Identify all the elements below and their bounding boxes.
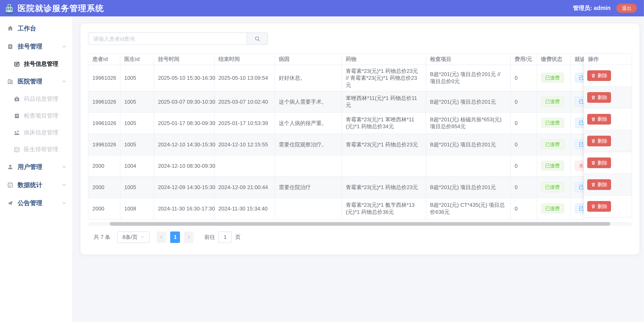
sidebar-item-medicine[interactable]: 药品信息管理 <box>0 91 73 107</box>
cell-did: 1005 <box>120 91 154 112</box>
delete-button[interactable]: 删除 <box>587 179 611 190</box>
cell-fee: 0 <box>510 91 536 112</box>
cell-end_time: 2025-03-07 10:02:40 <box>214 91 274 112</box>
pay-status-badge: 已缴费 <box>541 139 564 149</box>
delete-button[interactable]: 删除 <box>587 92 611 103</box>
user-icon <box>7 164 14 170</box>
sidebar-item-schedule[interactable]: 医生排班管理 <box>0 141 73 158</box>
next-page-button[interactable] <box>184 231 194 243</box>
page-number-1[interactable]: 1 <box>170 231 180 243</box>
cell-cause: 需要住院治疗 <box>274 176 341 198</box>
cell-pid: 19961026 <box>88 112 120 134</box>
cell-reg_time: 2024-12-10 14:30-15:30 <box>154 134 214 155</box>
app-root: 医院就诊服务管理系统 管理员: admin 退出 工作台 挂号管理 挂号信息管理… <box>0 0 644 323</box>
cell-fee: 0 <box>510 134 536 155</box>
cell-reg_time: 2025-03-07 09:30-10:30 <box>154 91 214 112</box>
document-icon <box>14 112 20 119</box>
sidebar-item-label: 挂号信息管理 <box>24 60 58 68</box>
cell-cause <box>274 198 341 219</box>
cell-pay_status: 已缴费 <box>537 112 570 134</box>
table-header-row: 患者id 医生id 挂号时间 结束时间 病因 药物 检查项目 费用/元 缴费状态… <box>88 54 632 65</box>
scrollbar-thumb[interactable] <box>110 222 610 225</box>
chevron-down-icon <box>61 164 67 170</box>
delete-button[interactable]: 删除 <box>587 157 611 168</box>
cell-did: 1004 <box>120 155 154 176</box>
sidebar-item-label: 病床信息管理 <box>24 129 58 136</box>
col-pay-status: 缴费状态 <box>537 54 570 65</box>
goto-page-input[interactable] <box>218 231 232 243</box>
cell-end_time: 2025-05-10 13:09:54 <box>214 65 274 91</box>
cell-end_time: 2025-01-17 10:53:39 <box>214 112 274 134</box>
cell-items: B超*201(元) CT*435(元) 项目总价636元 <box>426 198 510 219</box>
cell-fee: 0 <box>510 65 536 91</box>
page-title: 医院就诊服务管理系统 <box>18 3 104 14</box>
trash-icon <box>591 139 596 144</box>
sidebar-item-label: 用户管理 <box>18 163 42 171</box>
registration-table: 患者id 医生id 挂号时间 结束时间 病因 药物 检查项目 费用/元 缴费状态… <box>88 54 632 219</box>
cell-fee: 0 <box>510 155 536 176</box>
delete-button[interactable]: 删除 <box>587 136 611 146</box>
cell-items: B超*201(元) 核磁共振*653(元) 项目总价854元 <box>426 112 510 134</box>
arrow-right-icon <box>186 234 191 239</box>
table-row: 1996102610052025-01-17 08:30-09:302025-0… <box>88 112 632 134</box>
chevron-down-icon <box>61 182 67 188</box>
trash-icon <box>591 95 596 100</box>
schedule-icon <box>14 146 20 153</box>
cell-reg_time: 2024-11-30 16:30-17:30 <box>154 198 214 219</box>
sidebar-item-hospital[interactable]: 医院管理 <box>0 72 73 91</box>
table-row: 1996102610052025-03-07 09:30-10:302025-0… <box>88 91 632 112</box>
app-body: 工作台 挂号管理 挂号信息管理 医院管理 药品信息管理 <box>0 17 644 322</box>
table-row: 200010082024-11-30 16:30-17:302024-11-30… <box>88 198 632 219</box>
cell-fee: 0 <box>510 176 536 198</box>
sidebar-item-users[interactable]: 用户管理 <box>0 158 73 176</box>
horizontal-scrollbar[interactable] <box>88 222 632 225</box>
col-reg-time: 挂号时间 <box>154 54 214 65</box>
admin-label: 管理员: admin <box>573 5 610 12</box>
top-header: 医院就诊服务管理系统 管理员: admin 退出 <box>0 0 644 17</box>
bed-icon <box>14 129 20 136</box>
chevron-up-icon <box>61 44 67 49</box>
search-button[interactable] <box>246 33 268 45</box>
cell-drugs: 青霉素*23(元)*1 氨苄西林*13(元)*1 药物总价36元 <box>342 198 426 219</box>
cell-pid: 2000 <box>88 198 120 219</box>
search-icon <box>254 36 260 42</box>
sidebar-item-registration-info[interactable]: 挂号信息管理 <box>0 56 73 72</box>
table-row: 200010052024-12-09 14:30-15:302024-12-09… <box>88 176 632 198</box>
sidebar-item-label: 挂号管理 <box>18 43 42 50</box>
cell-end_time <box>214 155 274 176</box>
cell-drugs: 青霉素*23(元)*1 药物总价23元 <box>342 134 426 155</box>
fixed-ops-body: 删除删除删除删除删除删除删除 <box>584 65 632 217</box>
cell-drugs: 青霉素*23(元)*1 苯唑西林*11(元)*1 药物总价34元 <box>342 112 426 134</box>
sidebar-item-label: 数据统计 <box>18 181 42 189</box>
sidebar-item-statistics[interactable]: 数据统计 <box>0 176 73 194</box>
delete-button[interactable]: 删除 <box>587 114 611 125</box>
sidebar-item-workbench[interactable]: 工作台 <box>0 19 73 38</box>
content-card: 患者id 医生id 挂号时间 结束时间 病因 药物 检查项目 费用/元 缴费状态… <box>80 23 640 254</box>
cell-pid: 2000 <box>88 155 120 176</box>
col-cause: 病因 <box>274 54 341 65</box>
cell-did: 1005 <box>120 176 154 198</box>
sidebar-item-check-items[interactable]: 检查项目管理 <box>0 107 73 124</box>
logout-button[interactable]: 退出 <box>616 4 637 13</box>
cell-pid: 19961026 <box>88 65 120 91</box>
cell-cause: 这个人病的很严重。 <box>274 112 341 134</box>
col-operation: 操作 <box>584 54 632 65</box>
sidebar-item-announcements[interactable]: 公告管理 <box>0 194 73 212</box>
search-input[interactable] <box>88 33 246 45</box>
page-size-select[interactable]: 8条/页 <box>117 231 150 243</box>
ops-cell: 删除 <box>584 65 632 87</box>
arrow-left-icon <box>159 234 164 239</box>
search-row <box>88 33 632 45</box>
sidebar-item-registration[interactable]: 挂号管理 <box>0 37 73 56</box>
sidebar-item-beds[interactable]: 病床信息管理 <box>0 124 73 141</box>
announce-icon <box>7 200 14 206</box>
ops-cell: 删除 <box>584 196 632 217</box>
main-area: 患者id 医生id 挂号时间 结束时间 病因 药物 检查项目 费用/元 缴费状态… <box>73 17 644 322</box>
sidebar-item-label: 医院管理 <box>18 78 42 85</box>
delete-button[interactable]: 删除 <box>587 70 611 81</box>
pay-status-badge: 已缴费 <box>541 182 564 192</box>
sidebar-item-label: 医生排班管理 <box>24 146 58 153</box>
bottom-strip <box>0 322 644 323</box>
delete-button[interactable]: 删除 <box>587 201 611 212</box>
prev-page-button[interactable] <box>157 231 167 243</box>
